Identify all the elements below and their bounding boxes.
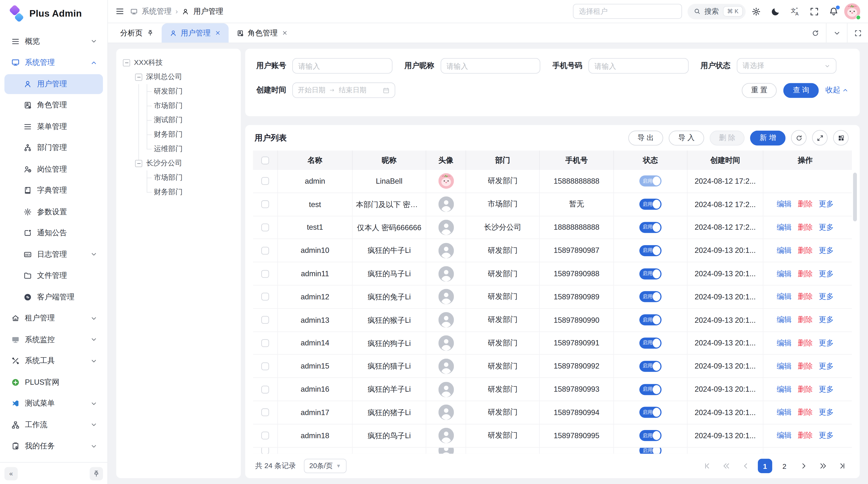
row-checkbox[interactable]	[261, 200, 269, 208]
tree-expander[interactable]	[135, 160, 142, 167]
row-checkbox[interactable]	[261, 339, 269, 347]
row-checkbox[interactable]	[261, 362, 269, 370]
tree-node-dept[interactable]: 市场部门	[122, 170, 235, 185]
edit-link[interactable]: 编辑	[777, 223, 792, 232]
sidebar-item-role-mgmt[interactable]: 角色管理	[4, 95, 103, 115]
row-checkbox[interactable]	[261, 247, 269, 254]
row-checkbox[interactable]	[261, 447, 269, 453]
status-toggle[interactable]: 启用	[640, 361, 661, 372]
delete-link[interactable]: 删除	[798, 315, 812, 325]
sidebar-item-post-mgmt[interactable]: 岗位管理	[4, 159, 103, 179]
edit-link[interactable]: 编辑	[777, 315, 792, 325]
toggle-sidebar-icon[interactable]	[115, 7, 125, 16]
status-toggle[interactable]: 启用	[640, 176, 661, 187]
sidebar-item-param-settings[interactable]: 参数设置	[4, 202, 103, 222]
tab-analysis[interactable]: 分析页	[112, 23, 161, 42]
tab-role-mgmt[interactable]: 角色管理	[228, 23, 296, 42]
gear-button[interactable]	[751, 6, 761, 16]
next-page-button[interactable]	[797, 459, 811, 473]
delete-link[interactable]: 删除	[798, 408, 812, 417]
sidebar-item-user-mgmt[interactable]: 用户管理	[4, 74, 103, 94]
sidebar-item-overview[interactable]: 概览	[4, 31, 103, 51]
more-link[interactable]: 更多	[819, 338, 834, 348]
status-toggle[interactable]: 启用	[640, 384, 661, 395]
row-checkbox[interactable]	[261, 293, 269, 300]
filter-input-1[interactable]	[440, 58, 540, 73]
delete-link[interactable]: 删除	[798, 199, 812, 209]
sidebar-item-test-menu[interactable]: 测试菜单	[4, 393, 103, 413]
avatar[interactable]	[438, 173, 454, 189]
status-toggle[interactable]: 启用	[640, 245, 661, 256]
edit-link[interactable]: 编辑	[777, 246, 792, 256]
edit-link[interactable]: 编辑	[777, 408, 792, 417]
row-checkbox[interactable]	[261, 409, 269, 416]
user-status-select[interactable]: 请选择	[737, 58, 836, 73]
status-toggle[interactable]: 启用	[640, 222, 661, 233]
edit-link[interactable]: 编辑	[777, 361, 792, 371]
refresh-page-button[interactable]	[805, 23, 826, 42]
more-link[interactable]: 更多	[819, 431, 834, 441]
breadcrumb-item[interactable]: 用户管理	[193, 6, 223, 16]
row-checkbox[interactable]	[261, 316, 269, 324]
prev-jump-button[interactable]	[719, 459, 734, 473]
more-link[interactable]: 更多	[819, 269, 834, 279]
delete-link[interactable]: 删除	[798, 223, 812, 232]
status-toggle[interactable]: 启用	[640, 314, 661, 325]
sidebar-item-system-monitor[interactable]: 系统监控	[4, 329, 103, 350]
fullscreen-button[interactable]	[809, 6, 819, 16]
export-button[interactable]: 导 出	[628, 130, 663, 146]
sidebar-item-my-tasks[interactable]: 我的任务	[4, 436, 103, 456]
avatar[interactable]	[438, 220, 454, 235]
date-range-input[interactable]: 开始日期 结束日期	[292, 83, 395, 98]
more-link[interactable]: 更多	[819, 246, 834, 256]
more-link[interactable]: 更多	[819, 292, 834, 302]
tree-node-root[interactable]: XXX科技	[122, 56, 235, 70]
user-avatar[interactable]	[844, 3, 860, 20]
status-toggle[interactable]: 启用	[640, 199, 661, 210]
sidebar-item-system-tools[interactable]: 系统工具	[4, 351, 103, 371]
prev-page-button[interactable]	[739, 459, 753, 473]
query-button[interactable]: 查 询	[784, 83, 819, 98]
search-button[interactable]: 搜索 ⌘ K	[687, 4, 746, 19]
tree-node-dept[interactable]: 测试部门	[122, 113, 235, 127]
edit-link[interactable]: 编辑	[777, 269, 792, 279]
delete-link[interactable]: 删除	[798, 384, 812, 394]
close-icon[interactable]	[215, 30, 221, 36]
row-checkbox[interactable]	[261, 432, 269, 440]
row-checkbox[interactable]	[261, 270, 269, 278]
status-toggle[interactable]: 启用	[640, 407, 661, 418]
delete-link[interactable]: 删除	[798, 292, 812, 302]
delete-link[interactable]: 删除	[798, 431, 812, 441]
avatar[interactable]	[438, 447, 454, 453]
last-page-button[interactable]	[835, 459, 850, 473]
avatar[interactable]	[438, 358, 454, 374]
avatar[interactable]	[438, 428, 454, 443]
tree-expander[interactable]	[135, 73, 142, 80]
more-link[interactable]: 更多	[819, 199, 834, 209]
delete-link[interactable]: 删除	[798, 361, 812, 371]
collapse-sidebar-button[interactable]: «	[4, 467, 18, 480]
page-size-select[interactable]: 20条/页 ▼	[304, 459, 347, 473]
status-toggle[interactable]: 启用	[640, 268, 661, 279]
expand-table-button[interactable]	[812, 130, 828, 146]
content-fullscreen-button[interactable]	[847, 23, 868, 42]
more-link[interactable]: 更多	[819, 223, 834, 232]
tree-node-dept[interactable]: 财务部门	[122, 127, 235, 142]
import-button[interactable]: 导 入	[669, 130, 704, 146]
status-toggle[interactable]: 启用	[640, 447, 661, 453]
tab-menu-button[interactable]	[826, 23, 847, 42]
pin-sidebar-button[interactable]	[90, 467, 103, 480]
sidebar-item-gitee-log[interactable]: ¥gitee记录	[4, 457, 103, 462]
status-toggle[interactable]: 启用	[640, 337, 661, 349]
avatar[interactable]	[438, 335, 454, 351]
sidebar-item-notice[interactable]: 通知公告	[4, 223, 103, 243]
add-button[interactable]: 新 增	[750, 130, 785, 146]
select-all-checkbox[interactable]	[261, 156, 269, 164]
sidebar-item-file-mgmt[interactable]: 文件管理	[4, 266, 103, 286]
sidebar-item-client-mgmt[interactable]: 客户端管理	[4, 287, 103, 307]
first-page-button[interactable]	[700, 459, 714, 473]
reset-button[interactable]: 重 置	[742, 83, 777, 98]
edit-link[interactable]: 编辑	[777, 292, 792, 302]
tree-expander[interactable]	[123, 59, 130, 66]
refresh-table-button[interactable]	[791, 130, 807, 146]
